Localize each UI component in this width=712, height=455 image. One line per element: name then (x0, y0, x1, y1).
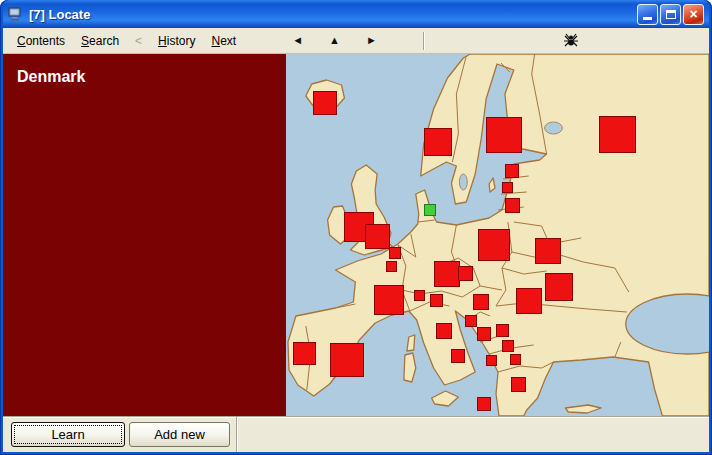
toolbar: Contents Search < History Next ◄ ▲ ► (3, 28, 709, 54)
country-marker[interactable] (313, 91, 337, 115)
question-panel: Denmark (3, 54, 286, 416)
country-marker[interactable] (478, 229, 510, 261)
country-marker[interactable] (486, 355, 497, 366)
country-marker[interactable] (436, 323, 452, 339)
close-icon: × (689, 7, 697, 21)
country-marker[interactable] (293, 342, 316, 365)
country-marker[interactable] (458, 266, 473, 281)
main-content: Denmark (3, 54, 709, 416)
country-marker[interactable] (496, 324, 509, 337)
country-marker[interactable] (414, 290, 425, 301)
country-marker[interactable] (502, 340, 514, 352)
minimize-icon (643, 17, 652, 20)
toolbar-separator (423, 32, 425, 50)
nav-up-button[interactable]: ▲ (325, 33, 344, 48)
maximize-icon (666, 10, 676, 19)
country-marker[interactable] (389, 247, 401, 259)
country-marker[interactable] (516, 288, 542, 314)
country-marker[interactable] (545, 273, 573, 301)
country-marker[interactable] (599, 116, 636, 153)
back-arrow-icon: ◄ (292, 34, 303, 46)
map-pane[interactable] (286, 54, 709, 416)
nav-arrow-group: ◄ ▲ ► (288, 33, 381, 48)
next-button[interactable]: Next (203, 31, 244, 51)
country-marker[interactable] (535, 238, 561, 264)
contents-button[interactable]: Contents (9, 31, 73, 51)
forward-arrow-icon: ► (366, 34, 377, 46)
country-marker[interactable] (473, 294, 489, 310)
history-button[interactable]: History (150, 31, 203, 51)
country-marker[interactable] (330, 343, 364, 377)
country-marker[interactable] (505, 164, 519, 178)
titlebar[interactable]: [7] Locate × (3, 0, 709, 28)
country-marker[interactable] (451, 349, 465, 363)
close-button[interactable]: × (683, 4, 704, 25)
browse-back-button: < (127, 31, 150, 51)
spider-icon[interactable] (563, 33, 579, 49)
footer: Learn Add new (3, 416, 709, 452)
learn-button[interactable]: Learn (11, 422, 125, 447)
map-markers (286, 54, 709, 416)
country-marker[interactable] (365, 224, 390, 249)
window-title: [7] Locate (29, 7, 637, 22)
country-marker[interactable] (486, 117, 522, 153)
question-country: Denmark (17, 68, 286, 86)
country-marker[interactable] (374, 285, 404, 315)
country-marker[interactable] (477, 327, 491, 341)
country-marker[interactable] (505, 198, 520, 213)
country-marker[interactable] (477, 397, 491, 411)
country-marker[interactable] (386, 261, 397, 272)
country-marker[interactable] (510, 354, 521, 365)
app-window: [7] Locate × Contents Search < History N… (0, 0, 712, 455)
maximize-button[interactable] (660, 4, 681, 25)
nav-back-button[interactable]: ◄ (288, 33, 307, 48)
app-icon (8, 6, 24, 22)
titlebar-buttons: × (637, 4, 704, 25)
country-marker[interactable] (502, 182, 513, 193)
add-new-button[interactable]: Add new (129, 422, 230, 447)
country-marker[interactable] (424, 128, 452, 156)
nav-forward-button[interactable]: ► (362, 33, 381, 48)
up-arrow-icon: ▲ (329, 34, 340, 46)
country-marker[interactable] (465, 315, 477, 327)
country-marker[interactable] (511, 377, 526, 392)
country-marker[interactable] (434, 261, 460, 287)
footer-separator (236, 417, 238, 452)
minimize-button[interactable] (637, 4, 658, 25)
country-marker[interactable] (430, 294, 443, 307)
target-marker[interactable] (424, 204, 436, 216)
search-button[interactable]: Search (73, 31, 127, 51)
